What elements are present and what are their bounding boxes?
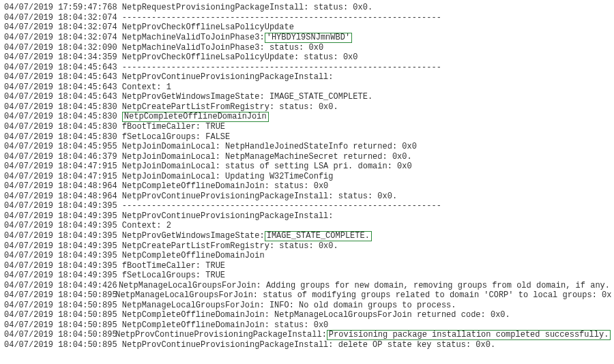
log-line: 04/07/2019 18:04:45:643 Context: 1 xyxy=(4,82,610,93)
log-line: 04/07/2019 18:04:49:395 ----------------… xyxy=(4,201,610,211)
log-line: 04/07/2019 17:59:47:768 NetpRequestProvi… xyxy=(4,3,610,13)
timestamp: 04/07/2019 18:04:45:830 xyxy=(4,112,117,122)
log-line: 04/07/2019 18:04:46:379 NetpJoinDomainLo… xyxy=(4,152,610,162)
log-line: 04/07/2019 18:04:45:830 fBootTimeCaller:… xyxy=(4,122,610,132)
log-message: NetpJoinDomainLocal: NetpManageMachineSe… xyxy=(122,152,412,162)
log-line: 04/07/2019 18:04:45:643 NetpProvGetWindo… xyxy=(4,92,610,102)
log-message: fSetLocalGroups: FALSE xyxy=(122,132,230,142)
log-line: 04/07/2019 18:04:32:074 NetpProvCheckOff… xyxy=(4,22,610,33)
log-message: NetpManageLocalGroupsForJoin: Adding gro… xyxy=(119,281,610,291)
timestamp: 04/07/2019 18:04:45:830 xyxy=(4,122,117,132)
log-message: fSetLocalGroups: TRUE xyxy=(122,271,225,281)
timestamp: 04/07/2019 18:04:45:643 xyxy=(4,63,117,73)
highlight-box: Provisioning package installation comple… xyxy=(327,330,611,340)
log-line: 04/07/2019 18:04:48:964 NetpCompleteOffl… xyxy=(4,181,610,192)
log-message: NetpJoinDomainLocal: NetpHandleJoinedSta… xyxy=(122,142,417,152)
log-line: 04/07/2019 18:04:45:643 NetpProvContinue… xyxy=(4,72,610,82)
timestamp: 04/07/2019 18:04:50:895 xyxy=(4,330,111,340)
log-line: 04/07/2019 18:04:49:395 fBootTimeCaller:… xyxy=(4,261,610,271)
log-line: 04/07/2019 18:04:49:395 NetpProvGetWindo… xyxy=(4,231,610,241)
highlight-box: IMAGE_STATE_COMPLETE. xyxy=(265,231,372,241)
log-message: fBootTimeCaller: TRUE xyxy=(122,122,225,132)
timestamp: 04/07/2019 18:04:45:643 xyxy=(4,72,117,82)
log-message: NetpJoinDomainLocal: Updating W32TimeCon… xyxy=(122,172,334,182)
log-line: 04/07/2019 18:04:34:359 NetpProvCheckOff… xyxy=(4,52,610,63)
log-line: 04/07/2019 18:04:47:915 NetpJoinDomainLo… xyxy=(4,172,610,182)
timestamp: 04/07/2019 18:04:47:915 xyxy=(4,172,117,182)
timestamp: 04/07/2019 18:04:32:074 xyxy=(4,13,117,23)
log-line: 04/07/2019 18:04:32:074 ----------------… xyxy=(4,13,610,23)
log-message: NetpCompleteOfflineDomainJoin: status: 0… xyxy=(122,181,328,192)
timestamp: 04/07/2019 18:04:34:359 xyxy=(4,52,117,63)
timestamp: 04/07/2019 18:04:50:895 xyxy=(4,340,117,350)
log-message: fBootTimeCaller: TRUE xyxy=(122,261,225,271)
log-line: 04/07/2019 18:04:45:830 fSetLocalGroups:… xyxy=(4,132,610,142)
log-message-pre: NetpProvContinueProvisioningPackageInsta… xyxy=(115,330,327,340)
log-message: NetpProvContinueProvisioningPackageInsta… xyxy=(122,72,334,82)
log-message: Context: 1 xyxy=(122,82,171,93)
timestamp: 04/07/2019 18:04:50:895 xyxy=(4,310,117,320)
log-line: 04/07/2019 18:04:50:895 NetpCompleteOffl… xyxy=(4,310,610,320)
timestamp: 04/07/2019 18:04:45:643 xyxy=(4,82,117,93)
log-message: NetpManageLocalGroupsForJoin: status of … xyxy=(115,290,611,301)
timestamp: 04/07/2019 18:04:45:830 xyxy=(4,102,117,112)
log-line: 04/07/2019 18:04:50:895 NetpProvContinue… xyxy=(4,340,610,350)
log-line: 04/07/2019 18:04:49:395 fSetLocalGroups:… xyxy=(4,271,610,281)
log-line: 04/07/2019 18:04:49:395 Context: 2 xyxy=(4,221,610,231)
log-line: 04/07/2019 18:04:50:895 NetpManageLocalG… xyxy=(4,301,610,311)
log-line: 04/07/2019 18:04:45:830 NetpCreatePartLi… xyxy=(4,102,610,112)
log-message: NetpRequestProvisioningPackageInstall: s… xyxy=(122,3,372,13)
log-message: NetpMachineValidToJoinPhase3: status: 0x… xyxy=(122,43,323,53)
log-message: ----------------------------------------… xyxy=(122,63,441,73)
log-line: 04/07/2019 18:04:48:964 NetpProvContinue… xyxy=(4,192,610,202)
log-line: 04/07/2019 18:04:49:426 NetpManageLocalG… xyxy=(4,281,610,291)
log-message: NetpCompleteOfflineDomainJoin: NetpManag… xyxy=(122,310,510,320)
timestamp: 04/07/2019 18:04:49:395 xyxy=(4,231,117,241)
timestamp: 04/07/2019 18:04:45:830 xyxy=(4,132,117,142)
timestamp: 04/07/2019 18:04:50:895 xyxy=(4,320,117,331)
log-message-pre: NetpProvGetWindowsImageState: xyxy=(122,231,265,241)
timestamp: 04/07/2019 18:04:47:915 xyxy=(4,162,117,172)
log-view: 04/07/2019 17:59:47:768 NetpRequestProvi… xyxy=(0,0,614,353)
timestamp: 04/07/2019 18:04:49:395 xyxy=(4,201,117,211)
log-line: 04/07/2019 18:04:50:895 NetpManageLocalG… xyxy=(4,290,610,301)
log-line: 04/07/2019 18:04:49:395 NetpProvContinue… xyxy=(4,211,610,222)
timestamp: 04/07/2019 18:04:49:395 xyxy=(4,241,117,252)
log-message: NetpCreatePartListFromRegistry: status: … xyxy=(122,241,338,252)
log-line: 04/07/2019 18:04:49:395 NetpCompleteOffl… xyxy=(4,251,610,261)
log-message-pre: NetpMachineValidToJoinPhase3: xyxy=(122,33,265,43)
log-message: NetpCompleteOfflineDomainJoin xyxy=(122,251,265,261)
timestamp: 04/07/2019 18:04:48:964 xyxy=(4,181,117,192)
timestamp: 04/07/2019 18:04:50:895 xyxy=(4,301,117,311)
timestamp: 04/07/2019 18:04:49:395 xyxy=(4,261,117,271)
timestamp: 04/07/2019 17:59:47:768 xyxy=(4,3,117,13)
log-line: 04/07/2019 18:04:47:915 NetpJoinDomainLo… xyxy=(4,162,610,172)
log-line: 04/07/2019 18:04:45:643 ----------------… xyxy=(4,63,610,73)
timestamp: 04/07/2019 18:04:49:395 xyxy=(4,221,117,231)
timestamp: 04/07/2019 18:04:50:895 xyxy=(4,290,111,301)
log-message: NetpCompleteOfflineDomainJoin: status: 0… xyxy=(122,320,328,331)
log-message: Context: 2 xyxy=(122,221,171,231)
log-line: 04/07/2019 18:04:45:955 NetpJoinDomainLo… xyxy=(4,142,610,152)
log-message: NetpProvCheckOfflineLsaPolicyUpdate: sta… xyxy=(122,52,358,63)
log-line: 04/07/2019 18:04:45:830 NetpCompleteOffl… xyxy=(4,112,610,122)
log-message: NetpProvContinueProvisioningPackageInsta… xyxy=(122,211,334,222)
log-message: NetpCreatePartListFromRegistry: status: … xyxy=(122,102,338,112)
timestamp: 04/07/2019 18:04:49:426 xyxy=(4,281,114,291)
timestamp: 04/07/2019 18:04:32:074 xyxy=(4,33,117,43)
log-message: ----------------------------------------… xyxy=(122,13,441,23)
log-message: NetpProvContinueProvisioningPackageInsta… xyxy=(122,192,397,202)
timestamp: 04/07/2019 18:04:32:074 xyxy=(4,22,117,33)
log-line: 04/07/2019 18:04:50:895 NetpCompleteOffl… xyxy=(4,320,610,331)
log-message: NetpJoinDomainLocal: status of setting L… xyxy=(122,162,412,172)
log-message: ----------------------------------------… xyxy=(122,201,441,211)
timestamp: 04/07/2019 18:04:32:090 xyxy=(4,43,117,53)
timestamp: 04/07/2019 18:04:49:395 xyxy=(4,271,117,281)
log-message: NetpManageLocalGroupsForJoin: INFO: No o… xyxy=(122,301,456,311)
log-message: NetpProvCheckOfflineLsaPolicyUpdate xyxy=(122,22,294,33)
log-message: NetpProvContinueProvisioningPackageInsta… xyxy=(122,340,495,350)
highlight-box: 'HYBDYl9SNJmnWBD' xyxy=(265,33,352,43)
highlight-box: NetpCompleteOfflineDomainJoin xyxy=(122,112,269,122)
timestamp: 04/07/2019 18:04:48:964 xyxy=(4,192,117,202)
log-message: NetpProvGetWindowsImageState: IMAGE_STAT… xyxy=(122,92,372,102)
